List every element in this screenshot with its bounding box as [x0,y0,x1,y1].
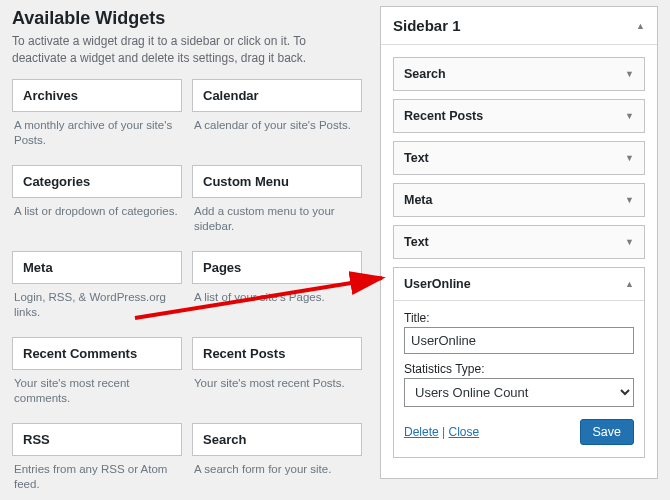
chevron-up-icon: ▲ [625,279,634,289]
close-link[interactable]: Close [448,425,479,439]
sidebar-title: Sidebar 1 [393,17,461,34]
widget-desc: Your site's most recent Posts. [192,370,362,408]
widget-search[interactable]: Search [192,423,362,456]
chevron-down-icon: ▼ [625,153,634,163]
sidebar-widget-recent-posts[interactable]: Recent Posts▼ [394,100,644,132]
sidebar-widget-search[interactable]: Search▼ [394,58,644,90]
available-widgets-hint: To activate a widget drag it to a sideba… [12,33,362,67]
widget-recent-posts[interactable]: Recent Posts [192,337,362,370]
available-widgets-title: Available Widgets [12,8,362,29]
statistics-type-select[interactable]: Users Online Count [404,378,634,407]
title-label: Title: [404,311,634,325]
widget-pages[interactable]: Pages [192,251,362,284]
stat-type-label: Statistics Type: [404,362,634,376]
chevron-down-icon: ▼ [625,111,634,121]
widget-custom-menu[interactable]: Custom Menu [192,165,362,198]
sidebar-area: Sidebar 1 ▲ Search▼Recent Posts▼Text▼Met… [380,6,658,479]
delete-link[interactable]: Delete [404,425,439,439]
widget-desc: Entries from any RSS or Atom feed. [12,456,182,500]
widget-recent-comments[interactable]: Recent Comments [12,337,182,370]
widget-desc: A list or dropdown of categories. [12,198,182,236]
widget-desc: Add a custom menu to your sidebar. [192,198,362,245]
widget-calendar[interactable]: Calendar [192,79,362,112]
chevron-down-icon: ▼ [625,237,634,247]
widget-desc: A calendar of your site's Posts. [192,112,362,150]
sidebar-widget-text[interactable]: Text▼ [394,226,644,258]
chevron-up-icon: ▲ [636,21,645,31]
widget-title-input[interactable] [404,327,634,354]
chevron-down-icon: ▼ [625,195,634,205]
sidebar-widget-meta[interactable]: Meta▼ [394,184,644,216]
sidebar-widget-useronline[interactable]: UserOnline▲ [394,268,644,300]
widget-categories[interactable]: Categories [12,165,182,198]
widget-desc: A monthly archive of your site's Posts. [12,112,182,159]
widget-desc: A list of your site's Pages. [192,284,362,322]
widget-desc: Login, RSS, & WordPress.org links. [12,284,182,331]
widget-desc: Your site's most recent comments. [12,370,182,417]
chevron-down-icon: ▼ [625,69,634,79]
save-button[interactable]: Save [580,419,635,445]
widget-rss[interactable]: RSS [12,423,182,456]
sidebar-widget-text[interactable]: Text▼ [394,142,644,174]
sidebar-toggle[interactable]: Sidebar 1 ▲ [381,7,657,45]
widget-archives[interactable]: Archives [12,79,182,112]
widget-meta[interactable]: Meta [12,251,182,284]
widget-desc: A search form for your site. [192,456,362,494]
